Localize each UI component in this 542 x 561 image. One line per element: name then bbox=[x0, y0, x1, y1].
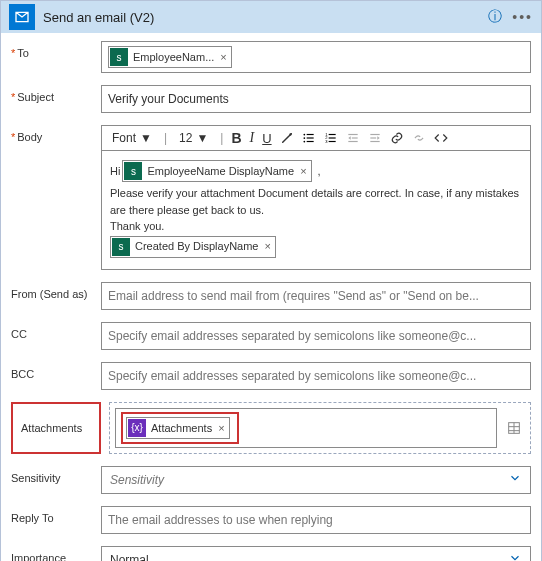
dynamic-token[interactable]: {x} Attachments × bbox=[126, 417, 230, 439]
card-title: Send an email (V2) bbox=[43, 10, 488, 25]
cc-input[interactable]: Specify email addresses separated by sem… bbox=[101, 322, 531, 350]
svg-point-0 bbox=[289, 133, 291, 135]
svg-rect-10 bbox=[328, 134, 335, 135]
subject-label: Subject bbox=[11, 85, 101, 103]
card-header: Send an email (V2) ⓘ ••• bbox=[1, 1, 541, 33]
svg-point-2 bbox=[303, 137, 305, 139]
svg-point-3 bbox=[303, 141, 305, 143]
token-remove-icon[interactable]: × bbox=[220, 51, 226, 63]
color-button[interactable] bbox=[280, 131, 294, 145]
italic-button[interactable]: I bbox=[250, 130, 255, 146]
svg-rect-18 bbox=[370, 141, 379, 142]
number-list-button[interactable]: 123 bbox=[324, 131, 338, 145]
svg-rect-16 bbox=[370, 134, 379, 135]
size-select[interactable]: 12 ▼ bbox=[175, 130, 212, 146]
underline-button[interactable]: U bbox=[262, 131, 271, 146]
outlook-icon bbox=[9, 4, 35, 30]
svg-rect-13 bbox=[348, 134, 357, 135]
link-button[interactable] bbox=[390, 131, 404, 145]
sensitivity-select[interactable]: Sensitivity bbox=[101, 466, 531, 494]
svg-point-1 bbox=[303, 134, 305, 136]
switch-mode-icon[interactable] bbox=[503, 420, 525, 436]
code-view-button[interactable] bbox=[434, 131, 448, 145]
card-body: To s EmployeeNam... × Subject Verify you… bbox=[1, 33, 541, 561]
token-remove-icon[interactable]: × bbox=[265, 238, 271, 255]
svg-rect-15 bbox=[348, 141, 357, 142]
body-editor[interactable]: Hi s EmployeeName DisplayName × , Please… bbox=[101, 151, 531, 270]
reply-to-label: Reply To bbox=[11, 506, 101, 524]
more-menu-icon[interactable]: ••• bbox=[512, 9, 533, 25]
bcc-label: BCC bbox=[11, 362, 101, 380]
help-icon[interactable]: ⓘ bbox=[488, 8, 502, 26]
font-select[interactable]: Font ▼ bbox=[108, 130, 156, 146]
chevron-down-icon bbox=[508, 471, 522, 488]
from-input[interactable]: Email address to send mail from (require… bbox=[101, 282, 531, 310]
sharepoint-icon: s bbox=[110, 48, 128, 66]
svg-rect-11 bbox=[328, 137, 335, 138]
bold-button[interactable]: B bbox=[231, 130, 241, 146]
email-action-card: Send an email (V2) ⓘ ••• To s EmployeeNa… bbox=[0, 0, 542, 561]
body-label: Body bbox=[11, 125, 101, 143]
from-label: From (Send as) bbox=[11, 282, 101, 300]
token-remove-icon[interactable]: × bbox=[300, 163, 306, 180]
token-remove-icon[interactable]: × bbox=[218, 422, 224, 434]
to-label: To bbox=[11, 41, 101, 59]
svg-rect-5 bbox=[306, 137, 313, 138]
attachments-input[interactable]: {x} Attachments × bbox=[115, 408, 497, 448]
dynamic-token[interactable]: s EmployeeName DisplayName × bbox=[122, 160, 311, 182]
sharepoint-icon: s bbox=[112, 238, 130, 256]
attachments-field: {x} Attachments × bbox=[109, 402, 531, 454]
svg-rect-12 bbox=[328, 141, 335, 142]
dynamic-token[interactable]: s EmployeeNam... × bbox=[108, 46, 232, 68]
to-input[interactable]: s EmployeeNam... × bbox=[101, 41, 531, 73]
dynamic-token[interactable]: s Created By DisplayName × bbox=[110, 236, 276, 258]
reply-to-input[interactable]: The email addresses to use when replying bbox=[101, 506, 531, 534]
rich-text-toolbar: Font ▼ | 12 ▼ | B I U 123 bbox=[101, 125, 531, 151]
svg-rect-4 bbox=[306, 134, 313, 135]
bcc-input[interactable]: Specify email addresses separated by sem… bbox=[101, 362, 531, 390]
fx-icon: {x} bbox=[128, 419, 146, 437]
bullet-list-button[interactable] bbox=[302, 131, 316, 145]
outdent-button[interactable] bbox=[346, 131, 360, 145]
svg-rect-17 bbox=[370, 137, 376, 138]
subject-input[interactable]: Verify your Documents bbox=[101, 85, 531, 113]
attachments-label: Attachments bbox=[11, 402, 101, 454]
svg-text:3: 3 bbox=[325, 139, 328, 144]
cc-label: CC bbox=[11, 322, 101, 340]
sharepoint-icon: s bbox=[124, 162, 142, 180]
indent-button[interactable] bbox=[368, 131, 382, 145]
importance-label: Importance bbox=[11, 546, 101, 562]
unlink-button[interactable] bbox=[412, 131, 426, 145]
svg-rect-14 bbox=[351, 137, 357, 138]
sensitivity-label: Sensitivity bbox=[11, 466, 101, 484]
chevron-down-icon bbox=[508, 551, 522, 561]
svg-rect-6 bbox=[306, 141, 313, 142]
importance-select[interactable]: Normal bbox=[101, 546, 531, 562]
